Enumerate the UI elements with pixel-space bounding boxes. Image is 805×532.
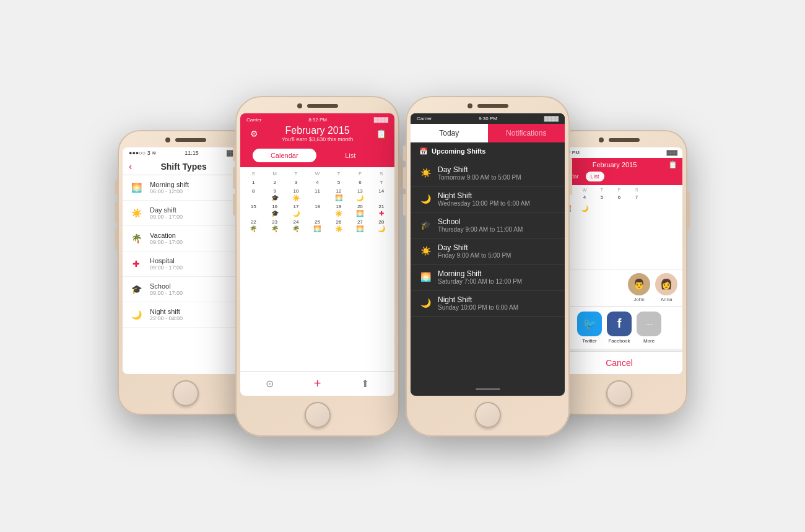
add-shift-button[interactable]: + <box>314 377 321 391</box>
hospital-text: Hospital 09:00 - 17:00 <box>150 257 183 271</box>
home-indicator <box>476 388 500 390</box>
battery-3: ▓▓▓▓ <box>544 116 559 121</box>
battery-4: ▓▓▓ <box>667 150 678 155</box>
hospital-icon: ✚ <box>129 256 144 271</box>
list-item[interactable]: ✚ Hospital 09:00 - 17:00 <box>123 251 249 277</box>
more-icon: ··· <box>637 312 661 336</box>
camera-dot <box>165 137 170 142</box>
phone-2-bottom <box>305 396 331 437</box>
week-3: 15 16🎓 17🌙 18 19☀️ 20🌅 21✚ <box>243 203 392 217</box>
section-title: 📅 Upcoming Shifts <box>411 142 565 160</box>
speaker-bar <box>175 138 206 142</box>
shift-type-list: 🌅 Morning shift 06:00 - 12:00 ☀️ Day shi… <box>123 175 249 374</box>
speaker-bar-2 <box>307 104 338 108</box>
header-content: ⚙ February 2015 You'll earn $3,630 this … <box>246 125 388 142</box>
phone-4-screen: 8:52 PM ▓▓▓ February 2015 📋 ...dar List … <box>556 147 682 374</box>
settings-icon[interactable]: ⚙ <box>246 129 261 139</box>
day-shift-icon-2: ☀️ <box>419 246 432 256</box>
cancel-button[interactable]: Cancel <box>562 358 676 368</box>
time-3: 9:30 PM <box>479 116 497 121</box>
vacation-icon: 🌴 <box>129 231 144 246</box>
tab-calendar[interactable]: Calendar <box>253 149 316 162</box>
calendar-preview-4: T W T F S 3 4 5 6 7 🌅 � <box>556 185 682 269</box>
cal-week-4-1: 3 4 5 6 7 <box>559 193 680 201</box>
day-shift-text: Day shift 09:00 - 17:00 <box>150 206 183 220</box>
bottom-bar-2: ⊙ + ⬆ <box>240 371 394 396</box>
phone-3-bottom <box>475 396 501 437</box>
week-2: 8 9🎓 10☀️ 11 12🌅 13🌙 14 <box>243 188 392 202</box>
section-icon: 📅 <box>419 147 428 155</box>
contact-anna[interactable]: 👩 Anna <box>655 273 677 302</box>
vacation-text: Vacation 09:00 - 17:00 <box>150 232 183 245</box>
share-app-facebook[interactable]: f Facebook <box>607 312 632 344</box>
contact-john[interactable]: 👨 John <box>628 273 650 302</box>
upcoming-shifts-list: ☀️ Day Shift Tomorrow 9:00 AM to 5:00 PM… <box>411 160 565 383</box>
share-app-twitter[interactable]: 🐦 Twitter <box>577 312 602 344</box>
phone-1-top <box>118 130 254 147</box>
home-button-4[interactable] <box>606 380 632 406</box>
back-button[interactable]: ‹ <box>129 161 132 172</box>
shift-item[interactable]: 🌅 Morning Shift Saturday 7:00 AM to 12:0… <box>411 264 565 290</box>
bottom-icon-1[interactable]: ⊙ <box>266 378 274 390</box>
morning-shift-icon: 🌅 <box>129 180 144 195</box>
tab-notifications[interactable]: Notifications <box>488 124 565 142</box>
list-item[interactable]: 🎓 School 09:00 - 17:00 <box>123 277 249 302</box>
mini-share-icon[interactable]: 📋 <box>668 160 677 169</box>
week-4: 22🌴 23🌴 24🌴 25🌅 26☀️ 27🌅 28🌙 <box>243 219 392 233</box>
day-shift-icon-1: ☀️ <box>419 168 432 178</box>
home-button-1[interactable] <box>173 380 199 406</box>
phone-2: Carrier 8:52 PM ▓▓▓▓ ⚙ February 2015 You… <box>235 96 399 437</box>
carrier-2: Carrier <box>246 117 261 123</box>
mini-header-4: February 2015 📋 <box>556 158 682 172</box>
shift-item[interactable]: ☀️ Day Shift Tomorrow 9:00 AM to 5:00 PM <box>411 160 565 186</box>
phones-container: ●●●○○ 3 ≋ 11:15 ▓▓▓▒ ‹ Shift Types 🌅 Mor… <box>0 0 805 532</box>
cal-week-4-2: 🌅 🌙 <box>559 204 680 213</box>
night-shift-icon-2: 🌙 <box>419 298 432 308</box>
list-item[interactable]: 🌅 Morning shift 06:00 - 12:00 <box>123 175 249 201</box>
list-item[interactable]: 🌴 Vacation 09:00 - 17:00 <box>123 226 249 251</box>
dow-row-4: T W T F S <box>559 188 680 192</box>
tab-list[interactable]: List <box>319 149 383 162</box>
share-button[interactable]: ⬆ <box>361 378 369 390</box>
today-tabs: Today Notifications <box>411 124 565 142</box>
share-apps-row: 🐦 Twitter f Facebook ··· More <box>556 306 682 349</box>
phone-2-top <box>235 96 399 113</box>
nav-bar-1: ‹ Shift Types <box>123 159 249 175</box>
calendar-header: Carrier 8:52 PM ▓▓▓▓ ⚙ February 2015 You… <box>240 113 394 149</box>
battery-2: ▓▓▓▓ <box>374 117 388 123</box>
school-text: School 09:00 - 17:00 <box>150 282 183 296</box>
month-title: February 2015 You'll earn $3,630 this mo… <box>261 125 373 142</box>
list-item[interactable]: 🌙 Night shift 22:00 - 04:00 <box>123 302 249 328</box>
list-item[interactable]: ☀️ Day shift 09:00 - 17:00 <box>123 201 249 226</box>
tab-list-4[interactable]: List <box>586 172 604 181</box>
calendar-share-icon[interactable]: 📋 <box>373 129 388 139</box>
share-app-more[interactable]: ··· More <box>637 312 661 344</box>
anna-avatar: 👩 <box>655 273 677 295</box>
shift-item[interactable]: 🌙 Night Shift Sunday 10:00 PM to 6:00 AM <box>411 290 565 316</box>
phone-1-screen: ●●●○○ 3 ≋ 11:15 ▓▓▓▒ ‹ Shift Types 🌅 Mor… <box>123 147 249 374</box>
shift-item[interactable]: ☀️ Day Shift Friday 9:00 AM to 5:00 PM <box>411 238 565 264</box>
camera-dot-3 <box>468 103 472 108</box>
day-shift-icon: ☀️ <box>129 206 144 220</box>
status-bar-1: ●●●○○ 3 ≋ 11:15 ▓▓▓▒ <box>123 147 249 159</box>
shift-item[interactable]: 🎓 School Thursday 9:00 AM to 11:00 AM <box>411 212 565 238</box>
school-icon: 🎓 <box>129 282 144 297</box>
shift-item[interactable]: 🌙 Night Shift Wednesday 10:00 PM to 6:00… <box>411 186 565 212</box>
night-shift-icon-1: 🌙 <box>419 194 432 204</box>
phone-4-top <box>551 130 687 147</box>
bottom-indicator-3 <box>411 383 565 396</box>
days-of-week: S M T W T F S <box>243 170 392 178</box>
tab-today[interactable]: Today <box>411 124 488 142</box>
phone-1-bottom <box>173 374 199 415</box>
home-button-2[interactable] <box>305 402 331 428</box>
speaker-bar-3 <box>477 104 508 108</box>
speaker-bar-4 <box>609 138 640 142</box>
status-bar-4: 8:52 PM ▓▓▓ <box>556 147 682 158</box>
calendar-grid: S M T W T F S 1 2 3 4 5 <box>240 167 394 371</box>
time-2: 8:52 PM <box>308 117 327 123</box>
home-button-3[interactable] <box>475 402 501 428</box>
status-bar-2: Carrier 8:52 PM ▓▓▓▓ <box>246 117 388 123</box>
night-shift-icon: 🌙 <box>129 307 144 322</box>
phone-3-top <box>406 96 570 113</box>
camera-dot-4 <box>599 137 604 142</box>
